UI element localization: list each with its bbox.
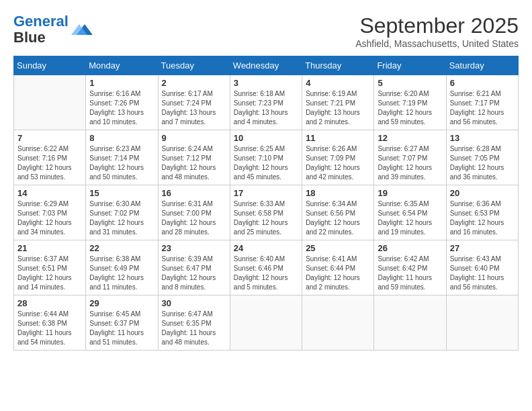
day-info: Sunrise: 6:19 AM Sunset: 7:21 PM Dayligh… [306,89,370,127]
day-info: Sunrise: 6:21 AM Sunset: 7:17 PM Dayligh… [450,89,515,127]
week-row-1: 1Sunrise: 6:16 AM Sunset: 7:26 PM Daylig… [14,75,519,130]
day-cell [230,295,302,351]
day-info: Sunrise: 6:38 AM Sunset: 6:49 PM Dayligh… [89,255,154,292]
day-cell: 8Sunrise: 6:23 AM Sunset: 7:14 PM Daylig… [86,130,158,185]
day-cell: 12Sunrise: 6:27 AM Sunset: 7:07 PM Dayli… [374,130,446,185]
day-cell: 13Sunrise: 6:28 AM Sunset: 7:05 PM Dayli… [446,130,518,185]
day-info: Sunrise: 6:45 AM Sunset: 6:37 PM Dayligh… [89,310,154,347]
day-number: 30 [162,298,226,308]
logo-icon [71,19,93,40]
location: Ashfield, Massachusetts, United States [355,38,519,49]
day-number: 5 [378,78,442,88]
day-info: Sunrise: 6:29 AM Sunset: 7:03 PM Dayligh… [17,199,82,237]
day-number: 26 [378,243,442,253]
day-number: 21 [17,243,82,253]
day-cell: 6Sunrise: 6:21 AM Sunset: 7:17 PM Daylig… [446,75,518,130]
day-info: Sunrise: 6:39 AM Sunset: 6:47 PM Dayligh… [162,255,226,292]
page-header: General Blue September 2025 Ashfield, Ma… [13,13,519,49]
day-cell: 2Sunrise: 6:17 AM Sunset: 7:24 PM Daylig… [158,75,230,130]
day-number: 22 [89,243,154,253]
day-cell: 19Sunrise: 6:35 AM Sunset: 6:54 PM Dayli… [374,185,446,240]
calendar-table: SundayMondayTuesdayWednesdayThursdayFrid… [13,56,519,351]
day-info: Sunrise: 6:31 AM Sunset: 7:00 PM Dayligh… [162,199,226,237]
day-cell: 30Sunrise: 6:47 AM Sunset: 6:35 PM Dayli… [158,295,230,351]
day-cell: 21Sunrise: 6:37 AM Sunset: 6:51 PM Dayli… [14,240,86,295]
day-cell: 7Sunrise: 6:22 AM Sunset: 7:16 PM Daylig… [14,130,86,185]
day-cell: 15Sunrise: 6:30 AM Sunset: 7:02 PM Dayli… [86,185,158,240]
day-cell: 14Sunrise: 6:29 AM Sunset: 7:03 PM Dayli… [14,185,86,240]
day-cell: 4Sunrise: 6:19 AM Sunset: 7:21 PM Daylig… [302,75,374,130]
day-number: 27 [450,243,515,253]
day-number: 23 [162,243,226,253]
day-cell [302,295,374,351]
day-info: Sunrise: 6:34 AM Sunset: 6:56 PM Dayligh… [306,199,370,237]
day-number: 3 [234,78,298,88]
day-info: Sunrise: 6:35 AM Sunset: 6:54 PM Dayligh… [378,199,442,237]
header-saturday: Saturday [446,56,518,75]
day-info: Sunrise: 6:42 AM Sunset: 6:42 PM Dayligh… [378,255,442,292]
title-block: September 2025 Ashfield, Massachusetts, … [355,13,519,49]
day-info: Sunrise: 6:36 AM Sunset: 6:53 PM Dayligh… [450,199,515,237]
day-info: Sunrise: 6:26 AM Sunset: 7:09 PM Dayligh… [306,144,370,182]
week-row-2: 7Sunrise: 6:22 AM Sunset: 7:16 PM Daylig… [14,130,519,185]
day-cell: 3Sunrise: 6:18 AM Sunset: 7:23 PM Daylig… [230,75,302,130]
day-info: Sunrise: 6:23 AM Sunset: 7:14 PM Dayligh… [89,144,154,182]
day-info: Sunrise: 6:47 AM Sunset: 6:35 PM Dayligh… [162,310,226,347]
week-row-4: 21Sunrise: 6:37 AM Sunset: 6:51 PM Dayli… [14,240,519,295]
day-info: Sunrise: 6:43 AM Sunset: 6:40 PM Dayligh… [450,255,515,292]
header-wednesday: Wednesday [230,56,302,75]
day-number: 18 [306,188,370,198]
day-info: Sunrise: 6:17 AM Sunset: 7:24 PM Dayligh… [162,89,226,127]
day-number: 12 [378,133,442,143]
month-title: September 2025 [355,13,519,38]
logo-text: General Blue [13,13,69,46]
day-info: Sunrise: 6:22 AM Sunset: 7:16 PM Dayligh… [17,144,82,182]
day-info: Sunrise: 6:30 AM Sunset: 7:02 PM Dayligh… [89,199,154,237]
day-info: Sunrise: 6:25 AM Sunset: 7:10 PM Dayligh… [234,144,298,182]
day-cell: 5Sunrise: 6:20 AM Sunset: 7:19 PM Daylig… [374,75,446,130]
day-number: 8 [89,133,154,143]
day-cell: 10Sunrise: 6:25 AM Sunset: 7:10 PM Dayli… [230,130,302,185]
day-cell: 29Sunrise: 6:45 AM Sunset: 6:37 PM Dayli… [86,295,158,351]
day-cell: 23Sunrise: 6:39 AM Sunset: 6:47 PM Dayli… [158,240,230,295]
day-cell: 22Sunrise: 6:38 AM Sunset: 6:49 PM Dayli… [86,240,158,295]
header-tuesday: Tuesday [158,56,230,75]
logo: General Blue [13,13,93,46]
day-number: 2 [162,78,226,88]
day-cell: 25Sunrise: 6:41 AM Sunset: 6:44 PM Dayli… [302,240,374,295]
calendar-header-row: SundayMondayTuesdayWednesdayThursdayFrid… [14,56,519,75]
header-thursday: Thursday [302,56,374,75]
day-number: 16 [162,188,226,198]
header-monday: Monday [86,56,158,75]
day-info: Sunrise: 6:28 AM Sunset: 7:05 PM Dayligh… [450,144,515,182]
week-row-5: 28Sunrise: 6:44 AM Sunset: 6:38 PM Dayli… [14,295,519,351]
day-number: 7 [17,133,82,143]
day-number: 10 [234,133,298,143]
header-sunday: Sunday [14,56,86,75]
day-number: 4 [306,78,370,88]
day-cell: 1Sunrise: 6:16 AM Sunset: 7:26 PM Daylig… [86,75,158,130]
day-info: Sunrise: 6:40 AM Sunset: 6:46 PM Dayligh… [234,255,298,292]
day-number: 29 [89,298,154,308]
day-info: Sunrise: 6:27 AM Sunset: 7:07 PM Dayligh… [378,144,442,182]
day-number: 20 [450,188,515,198]
day-cell: 18Sunrise: 6:34 AM Sunset: 6:56 PM Dayli… [302,185,374,240]
day-number: 17 [234,188,298,198]
day-number: 19 [378,188,442,198]
day-cell: 27Sunrise: 6:43 AM Sunset: 6:40 PM Dayli… [446,240,518,295]
day-info: Sunrise: 6:20 AM Sunset: 7:19 PM Dayligh… [378,89,442,127]
day-number: 25 [306,243,370,253]
day-info: Sunrise: 6:44 AM Sunset: 6:38 PM Dayligh… [17,310,82,347]
day-number: 15 [89,188,154,198]
day-cell: 11Sunrise: 6:26 AM Sunset: 7:09 PM Dayli… [302,130,374,185]
day-cell [446,295,518,351]
week-row-3: 14Sunrise: 6:29 AM Sunset: 7:03 PM Dayli… [14,185,519,240]
day-cell: 9Sunrise: 6:24 AM Sunset: 7:12 PM Daylig… [158,130,230,185]
day-cell [14,75,86,130]
day-number: 11 [306,133,370,143]
day-info: Sunrise: 6:24 AM Sunset: 7:12 PM Dayligh… [162,144,226,182]
day-number: 13 [450,133,515,143]
day-cell: 20Sunrise: 6:36 AM Sunset: 6:53 PM Dayli… [446,185,518,240]
day-number: 9 [162,133,226,143]
day-cell: 16Sunrise: 6:31 AM Sunset: 7:00 PM Dayli… [158,185,230,240]
